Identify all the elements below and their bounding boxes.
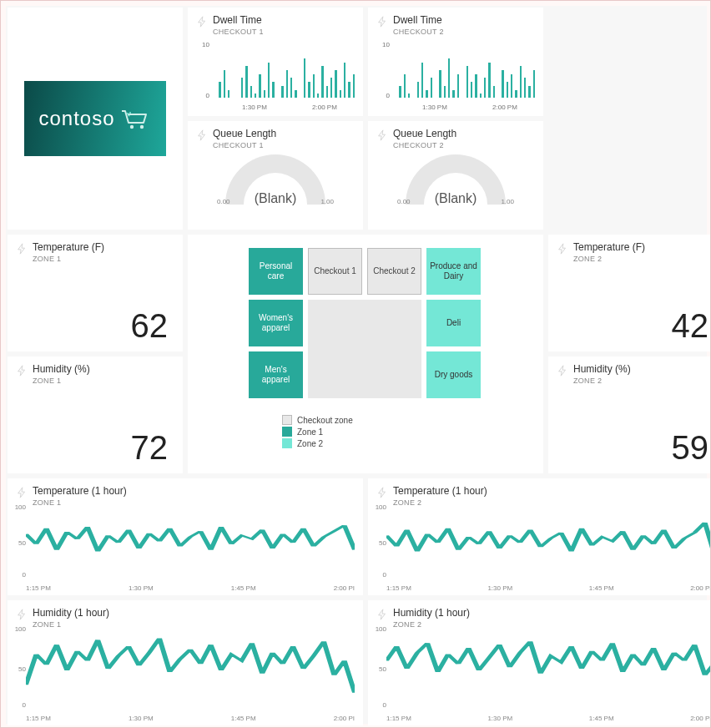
floor-grid: Personal care Checkout 1 Checkout 2 Prod… (249, 248, 482, 407)
tile-subtitle: CHECKOUT 1 (213, 28, 264, 36)
bolt-icon (376, 609, 388, 620)
kpi-value: 42 (672, 307, 709, 345)
floor-personal-care[interactable]: Personal care (249, 248, 303, 295)
tile-subtitle: ZONE 1 (33, 498, 127, 507)
tile-humidity-zone1[interactable]: Humidity (%) ZONE 1 72 (8, 356, 183, 473)
x-axis: 1:30 PM2:00 PM (214, 104, 355, 111)
bolt-icon (196, 16, 208, 28)
svg-point-2 (126, 113, 128, 114)
line-chart (386, 629, 711, 709)
x-axis: 1:15 PM1:30 PM 1:45 PM2:00 PI (26, 584, 355, 592)
dashboard: contoso Dwell Time CHECKOUT 1 10 0 1:30 … (6, 6, 707, 724)
line-chart (386, 507, 711, 579)
tile-hum-hour-zone2[interactable]: Humidity (1 hour) ZONE 2 100 50 0 1:15 P… (368, 600, 711, 725)
bolt-icon (196, 129, 208, 141)
floor-legend: Checkout zone Zone 1 Zone 2 (282, 415, 449, 448)
tile-subtitle: ZONE 2 (393, 620, 470, 629)
dwell2-bars (395, 43, 535, 98)
dwell1-bars (214, 43, 355, 98)
floor-checkout1[interactable]: Checkout 1 (308, 248, 362, 295)
gauge-value: (Blank) (188, 191, 363, 206)
floor-checkout2[interactable]: Checkout 2 (367, 248, 421, 295)
gauge: (Blank) 0.001.00 (188, 154, 363, 225)
svg-point-3 (129, 112, 130, 114)
tile-subtitle: CHECKOUT 2 (393, 141, 456, 149)
tile-subtitle: CHECKOUT 2 (393, 28, 444, 36)
bolt-icon (16, 609, 28, 620)
kpi-value: 72 (131, 429, 169, 467)
y-axis: 100 50 0 (370, 507, 386, 579)
tile-subtitle: ZONE 2 (573, 255, 645, 263)
floor-produce[interactable]: Produce and Dairy (426, 248, 481, 295)
tile-title: Dwell Time (393, 14, 444, 26)
tile-title: Queue Length (393, 128, 456, 139)
svg-point-4 (128, 114, 129, 116)
tile-subtitle: ZONE 1 (33, 255, 104, 263)
kpi-value: 59 (672, 429, 709, 467)
floor-mens[interactable]: Men's apparel (249, 351, 303, 398)
tile-subtitle: ZONE 2 (393, 498, 487, 507)
x-axis: 1:30 PM2:00 PM (395, 104, 535, 111)
bolt-icon (376, 487, 388, 498)
x-axis: 1:15 PM1:30 PM 1:45 PM2:00 PM (386, 584, 711, 592)
y-axis: 100 50 0 (9, 507, 26, 579)
bolt-icon (16, 487, 28, 498)
svg-point-0 (129, 125, 133, 129)
brand-text: contoso (38, 107, 114, 130)
gauge-value: (Blank) (368, 191, 543, 206)
tile-title: Temperature (F) (33, 241, 104, 253)
tile-subtitle: CHECKOUT 1 (213, 141, 276, 149)
tile-title: Temperature (F) (573, 241, 645, 253)
y-axis: 100 50 0 (370, 629, 386, 709)
tile-temp-hour-zone1[interactable]: Temperature (1 hour) ZONE 1 100 50 0 1:1… (8, 478, 363, 595)
tile-title: Temperature (1 hour) (33, 485, 127, 497)
tile-dwell-checkout2[interactable]: Dwell Time CHECKOUT 2 10 0 1:30 PM2:00 P… (368, 8, 543, 116)
tile-floorplan[interactable]: Personal care Checkout 1 Checkout 2 Prod… (188, 235, 543, 473)
tile-dwell-checkout1[interactable]: Dwell Time CHECKOUT 1 10 0 1:30 PM2:00 P… (188, 8, 363, 116)
kpi-value: 62 (131, 307, 169, 345)
bolt-icon (16, 243, 28, 255)
tile-title: Humidity (%) (33, 363, 90, 375)
floor-deli[interactable]: Deli (426, 300, 481, 346)
tile-temp-hour-zone2[interactable]: Temperature (1 hour) ZONE 2 100 50 0 1:1… (368, 478, 711, 595)
x-axis: 1:15 PM1:30 PM 1:45 PM2:00 PI (26, 715, 355, 722)
bolt-icon (16, 365, 28, 377)
bolt-icon (376, 129, 388, 141)
tile-subtitle: ZONE 1 (33, 377, 90, 385)
tile-temperature-zone1[interactable]: Temperature (F) ZONE 1 62 (8, 235, 183, 351)
cart-icon (118, 106, 152, 131)
floor-womens[interactable]: Women's apparel (249, 300, 303, 346)
tile-title: Humidity (%) (573, 363, 631, 375)
tile-humidity-zone2[interactable]: Humidity (%) ZONE 2 59 (548, 356, 711, 473)
line-chart (26, 629, 355, 709)
y-axis: 10 0 (194, 43, 211, 98)
tile-title: Humidity (1 hour) (33, 607, 109, 619)
tile-title: Temperature (1 hour) (393, 485, 487, 497)
tile-queue-checkout1[interactable]: Queue Length CHECKOUT 1 (Blank) 0.001.00 (188, 121, 363, 230)
brand-tile: contoso (8, 8, 183, 230)
svg-point-1 (139, 125, 143, 129)
bolt-icon (557, 243, 568, 255)
tile-subtitle: ZONE 1 (33, 620, 109, 629)
tile-title: Queue Length (213, 128, 276, 139)
tile-title: Dwell Time (213, 14, 264, 26)
y-axis: 100 50 0 (9, 629, 26, 709)
y-axis: 10 0 (375, 43, 391, 98)
tile-title: Humidity (1 hour) (393, 607, 470, 619)
tile-subtitle: ZONE 2 (573, 377, 631, 385)
tile-queue-checkout2[interactable]: Queue Length CHECKOUT 2 (Blank) 0.001.00 (368, 121, 543, 230)
tile-temperature-zone2[interactable]: Temperature (F) ZONE 2 42 (548, 235, 711, 351)
gauge: (Blank) 0.001.00 (368, 154, 543, 225)
floor-empty-area (308, 300, 421, 398)
floor-dry[interactable]: Dry goods (426, 351, 481, 398)
x-axis: 1:15 PM1:30 PM 1:45 PM2:00 PM (386, 715, 711, 722)
bolt-icon (376, 16, 388, 28)
line-chart (26, 507, 355, 579)
bolt-icon (557, 365, 568, 377)
contoso-logo: contoso (24, 81, 166, 156)
tile-hum-hour-zone1[interactable]: Humidity (1 hour) ZONE 1 100 50 0 1:15 P… (8, 600, 363, 725)
